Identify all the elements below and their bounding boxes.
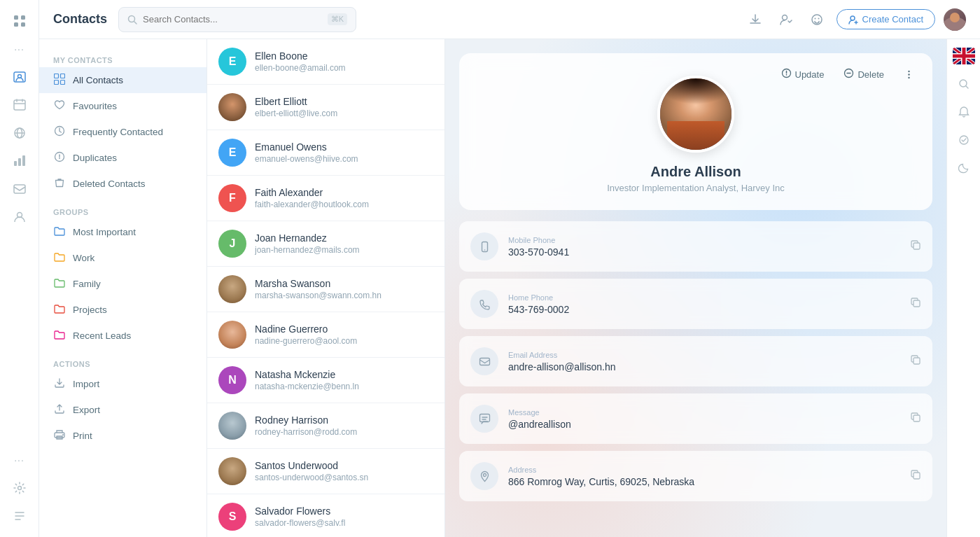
contact-name: Elbert Elliott: [255, 96, 433, 107]
svg-rect-10: [18, 158, 21, 166]
list-item[interactable]: J Joan Hernandez joan-hernandez@mails.co…: [207, 221, 444, 267]
sidebar-item-import[interactable]: Import: [39, 371, 206, 397]
emoji-icon[interactable]: [806, 8, 828, 31]
groups-label: Groups: [39, 202, 206, 219]
contact-name: Marsha Swanson: [255, 278, 433, 289]
email-label: Email Address: [508, 351, 900, 359]
address-value: 866 Romrog Way, Curtis, 69025, Nebraska: [508, 476, 900, 487]
search-input[interactable]: [143, 14, 322, 25]
update-button[interactable]: Update: [774, 64, 832, 84]
sidebar-item-most-important[interactable]: Most Important: [39, 219, 206, 245]
topbar: Contacts ⌘K Create Contact: [39, 0, 980, 39]
copy-address-button[interactable]: [910, 469, 921, 483]
notifications-icon[interactable]: [953, 101, 975, 123]
contact-name: Emanuel Owens: [255, 141, 433, 153]
list-item[interactable]: E Emanuel Owens emanuel-owens@hiive.com: [207, 130, 444, 176]
rail-icon-chart[interactable]: [7, 148, 32, 174]
rail-icon-user[interactable]: [7, 204, 32, 230]
rail-dots-2: ···: [7, 447, 32, 473]
sidebar-item-all-contacts[interactable]: All Contacts: [39, 67, 206, 93]
more-options-button[interactable]: [897, 66, 921, 83]
contact-name: Santos Underwood: [255, 460, 433, 471]
sidebar-label-work: Work: [73, 253, 94, 263]
svg-point-48: [960, 136, 968, 144]
search-right-icon[interactable]: [953, 73, 975, 95]
user-check-icon[interactable]: [775, 8, 797, 31]
message-value: @andreallison: [508, 419, 900, 430]
sidebar-item-work[interactable]: Work: [39, 245, 206, 271]
sidebar-item-projects[interactable]: Projects: [39, 297, 206, 323]
add-user-icon: [848, 15, 858, 25]
content-area: My Contacts All Contacts Favourites Freq…: [39, 39, 980, 537]
rail-icon-globe[interactable]: [7, 120, 32, 146]
rail-icon-grid[interactable]: [7, 8, 32, 34]
sidebar-label-family: Family: [73, 279, 101, 289]
list-item[interactable]: E Ellen Boone ellen-boone@amail.com: [207, 39, 444, 85]
download-icon[interactable]: [744, 8, 766, 31]
sidebar-item-deleted-contacts[interactable]: Deleted Contacts: [39, 171, 206, 197]
folder-projects-icon: [53, 303, 66, 316]
sidebar-item-export[interactable]: Export: [39, 397, 206, 423]
copy-message-button[interactable]: [910, 412, 921, 426]
svg-rect-40: [479, 358, 489, 365]
address-icon: [479, 470, 491, 482]
address-icon-wrap: [470, 462, 498, 490]
list-item[interactable]: Elbert Elliott elbert-elliott@live.com: [207, 85, 444, 130]
svg-rect-24: [61, 74, 65, 78]
right-panel: [946, 39, 980, 537]
contact-email: elbert-elliott@live.com: [255, 109, 433, 118]
list-item[interactable]: Nadine Guerrero nadine-guerrero@aool.com: [207, 312, 444, 358]
list-item[interactable]: Marsha Swanson marsha-swanson@swann.com.…: [207, 267, 444, 312]
delete-button[interactable]: Delete: [836, 64, 891, 84]
contact-avatar: F: [218, 184, 246, 212]
sidebar-item-frequently-contacted[interactable]: Frequently Contacted: [39, 119, 206, 145]
svg-rect-42: [479, 414, 489, 421]
copy-home-phone-button[interactable]: [910, 297, 921, 311]
list-item[interactable]: F Faith Alexander faith-alexander@houtlo…: [207, 176, 444, 221]
rail-icon-contacts[interactable]: [7, 64, 32, 90]
contact-email: ellen-boone@amail.com: [255, 63, 433, 73]
rail-dots-1: ···: [7, 36, 32, 62]
sidebar-item-duplicates[interactable]: Duplicates: [39, 145, 206, 171]
user-avatar[interactable]: [944, 8, 966, 31]
contact-email: nadine-guerrero@aool.com: [255, 336, 433, 346]
sidebar-item-favourites[interactable]: Favourites: [39, 93, 206, 119]
home-phone-icon-wrap: [470, 290, 498, 318]
contact-card-name: Andre Allison: [476, 164, 916, 180]
folder-work-icon: [53, 251, 66, 265]
folder-recent-leads-icon: [53, 329, 66, 342]
sidebar-label-frequently-contacted: Frequently Contacted: [73, 127, 163, 137]
list-item[interactable]: S Salvador Flowers salvador-flowers@salv…: [207, 494, 444, 537]
rail-icon-calendar[interactable]: [7, 92, 32, 118]
sidebar-item-recent-leads[interactable]: Recent Leads: [39, 323, 206, 349]
sidebar-item-print[interactable]: Print: [39, 423, 206, 449]
contact-email: emanuel-owens@hiive.com: [255, 154, 433, 164]
svg-rect-23: [55, 74, 59, 78]
list-item[interactable]: Rodney Harrison rodney-harrison@rodd.com: [207, 403, 444, 449]
copy-mobile-button[interactable]: [910, 239, 921, 253]
rail-icon-text[interactable]: [7, 503, 32, 529]
my-contacts-label: My Contacts: [39, 50, 206, 67]
print-icon: [53, 429, 66, 442]
email-icon: [479, 356, 491, 368]
contact-avatar: E: [218, 139, 246, 167]
search-bar[interactable]: ⌘K: [118, 7, 356, 32]
sidebar-item-family[interactable]: Family: [39, 271, 206, 297]
sidebar-label-duplicates: Duplicates: [73, 153, 117, 163]
rail-icon-settings[interactable]: [7, 475, 32, 501]
list-item[interactable]: Santos Underwood santos-underwood@santos…: [207, 449, 444, 494]
create-contact-button[interactable]: Create Contact: [836, 9, 935, 29]
frequently-contacted-icon: [53, 125, 66, 139]
rail-icon-mail[interactable]: [7, 176, 32, 202]
copy-email-button[interactable]: [910, 354, 921, 368]
contact-email: natasha-mckenzie@benn.ln: [255, 382, 433, 391]
flag-icon[interactable]: [953, 48, 975, 64]
list-item[interactable]: N Natasha Mckenzie natasha-mckenzie@benn…: [207, 358, 444, 403]
contact-email: joan-hernandez@mails.com: [255, 245, 433, 255]
check-icon[interactable]: [953, 129, 975, 151]
svg-rect-39: [913, 300, 920, 307]
svg-rect-43: [913, 415, 920, 421]
svg-point-19: [818, 18, 819, 19]
dark-mode-icon[interactable]: [953, 157, 975, 179]
email-row: Email Address andre-allison@allison.hn: [459, 336, 932, 386]
